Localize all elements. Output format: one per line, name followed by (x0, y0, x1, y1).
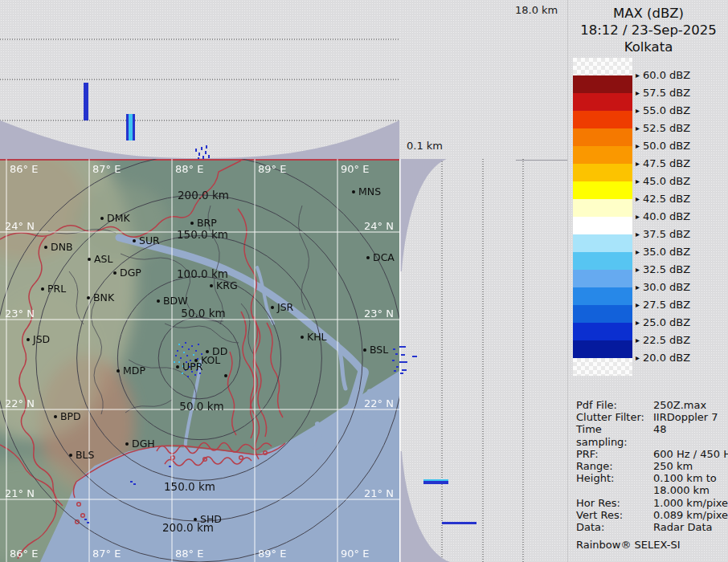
city-label: DGH (132, 438, 155, 450)
side-height-profile-panel (399, 159, 567, 562)
city-label: ASL (94, 253, 112, 265)
color-scale (573, 58, 632, 376)
info-label: Pdf File: (576, 399, 653, 411)
city-label: MNS (358, 185, 381, 198)
latitude-label: 24° N (364, 220, 394, 232)
product-datetime: 18:12 / 23-Sep-2025 (568, 22, 728, 39)
ring-distance-label: 50.0 km (181, 307, 225, 320)
color-cell (573, 75, 632, 93)
legend-entry: ▸42.5 dBZ (636, 193, 690, 206)
city-label: KRG (216, 279, 238, 291)
ring-distance-label: 50.0 km (179, 400, 223, 413)
profile-min-height-label: 0.1 km (407, 140, 443, 152)
legend-entry-label: 32.5 dBZ (643, 263, 690, 275)
legend-entry-label: 55.0 dBZ (643, 104, 690, 116)
longitude-label: 88° E (175, 548, 203, 560)
legend-entry-label: 37.5 dBZ (643, 228, 690, 240)
legend-arrow-icon: ▸ (636, 300, 640, 309)
legend-entry: ▸40.0 dBZ (636, 210, 690, 223)
legend-entry: ▸60.0 dBZ (636, 69, 690, 82)
legend-entry: ▸32.5 dBZ (636, 263, 690, 276)
ring-distance-label: 200.0 km (178, 189, 229, 202)
legend-entry: ▸47.5 dBZ (636, 157, 690, 170)
legend-entry-label: 30.0 dBZ (643, 281, 690, 293)
top-height-profile-panel (0, 0, 399, 159)
legend-entry-label: 42.5 dBZ (643, 193, 690, 205)
legend-entry: ▸45.0 dBZ (636, 175, 690, 188)
ring-distance-label: 100.0 km (177, 267, 228, 280)
color-cell (573, 287, 632, 305)
latitude-label: 23° N (364, 307, 394, 320)
side-height-profile-plot (399, 159, 567, 562)
legend-entry-label: 25.0 dBZ (643, 316, 690, 328)
legend-arrow-icon: ▸ (636, 124, 640, 132)
legend-arrow-icon: ▸ (636, 159, 640, 168)
city-label: UPR (182, 360, 203, 373)
latitude-label: 22° N (5, 397, 35, 409)
info-row: Data:Radar Data (576, 521, 726, 533)
legend-arrow-icon: ▸ (636, 177, 640, 185)
info-value: Radar Data (653, 521, 726, 533)
color-cell (573, 199, 632, 217)
city-label: KHL (307, 331, 327, 343)
legend-panel: MAX (dBZ) 18:12 / 23-Sep-2025 Kolkata ▸6… (567, 0, 728, 562)
color-cell-transparent (573, 358, 632, 376)
radar-display-window: 18.0 km 0.1 km 86° E86° E87° E87° E88° E… (0, 0, 728, 562)
info-row: Range:250 km (576, 460, 726, 472)
city-label: PRL (47, 283, 66, 295)
ring-distance-label: 150.0 km (164, 480, 215, 493)
echo-speck (401, 354, 405, 356)
echo-speck (205, 151, 207, 154)
legend-arrow-icon: ▸ (636, 353, 640, 362)
color-cell (573, 146, 632, 164)
ring-distance-label: 150.0 km (177, 228, 228, 241)
legend-entry-label: 40.0 dBZ (643, 210, 690, 222)
legend-entry-label: 60.0 dBZ (643, 69, 690, 81)
color-cell (573, 164, 632, 181)
legend-entry: ▸57.5 dBZ (636, 87, 690, 100)
info-label: Hor Res: (576, 497, 653, 509)
city-label: SHD (200, 513, 222, 525)
info-row: Clutter Filter:IIRDoppler 7 (576, 411, 726, 423)
legend-arrow-icon: ▸ (636, 141, 640, 150)
legend-entry: ▸20.0 dBZ (636, 352, 690, 364)
legend-title-block: MAX (dBZ) 18:12 / 23-Sep-2025 Kolkata (568, 5, 728, 55)
product-title: MAX (dBZ) (568, 5, 728, 22)
echo-speck (400, 373, 403, 374)
info-value: 1.000 km/pixel (653, 497, 728, 509)
city-label: MDP (123, 364, 145, 377)
city-label: DGP (120, 267, 141, 279)
map-panel-divider (399, 159, 401, 562)
info-value: 600 Hz / 450 Hz (653, 448, 728, 460)
legend-entry-label: 22.5 dBZ (643, 334, 690, 346)
city-label: BDW (163, 295, 188, 307)
color-cell (573, 217, 632, 234)
legend-arrow-icon: ▸ (636, 106, 640, 115)
color-cell-transparent (573, 58, 632, 75)
info-value: 0.089 km/pixel (653, 509, 728, 521)
echo-profile-core (423, 479, 448, 481)
legend-arrow-icon: ▸ (636, 230, 640, 238)
latitude-label: 21° N (364, 487, 394, 499)
legend-arrow-icon: ▸ (636, 318, 640, 327)
station-name: Kolkata (568, 39, 728, 55)
city-label: DMK (107, 212, 130, 224)
color-cell (573, 234, 632, 252)
legend-entry-label: 27.5 dBZ (643, 299, 690, 311)
longitude-label: 90° E (341, 163, 369, 175)
echo-speck (412, 356, 417, 357)
color-cell (573, 305, 632, 323)
echo-speck (198, 153, 200, 156)
legend-entry-label: 57.5 dBZ (643, 87, 690, 99)
color-cell (573, 323, 632, 340)
legend-entry: ▸27.5 dBZ (636, 299, 690, 312)
city-label: DNB (51, 241, 73, 253)
longitude-label: 88° E (175, 163, 203, 175)
color-cell (573, 181, 632, 199)
longitude-label: 90° E (341, 548, 369, 560)
city-label: KOL (201, 354, 220, 366)
legend-entry-label: 20.0 dBZ (643, 352, 690, 364)
echo-speck (399, 346, 406, 348)
info-label: Data: (576, 521, 653, 533)
info-value: 250Z.max (653, 399, 726, 411)
